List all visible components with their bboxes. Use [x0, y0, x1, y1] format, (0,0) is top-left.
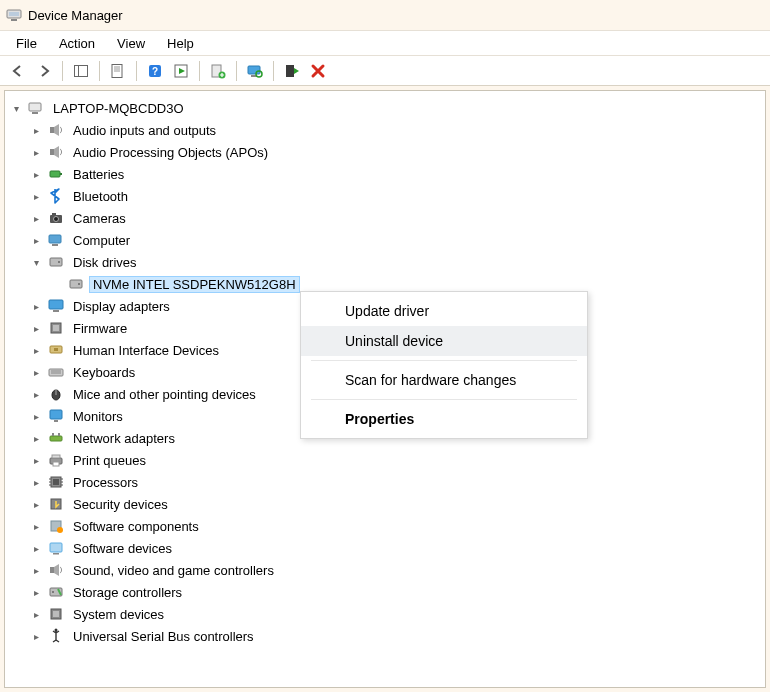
- expand-icon[interactable]: ▸: [29, 519, 43, 533]
- help-button[interactable]: ?: [143, 59, 167, 83]
- nav-back-button[interactable]: [6, 59, 30, 83]
- toolbar-separator: [99, 61, 100, 81]
- svg-rect-20: [29, 103, 41, 111]
- uninstall-device-button[interactable]: [306, 59, 330, 83]
- enable-device-button[interactable]: [280, 59, 304, 83]
- scan-hardware-button[interactable]: [243, 59, 267, 83]
- tree-category-disk-drives[interactable]: ▾Disk drives: [29, 251, 761, 273]
- expand-icon[interactable]: ▸: [29, 409, 43, 423]
- context-uninstall-device[interactable]: Uninstall device: [301, 326, 587, 356]
- menu-help[interactable]: Help: [157, 33, 204, 54]
- menu-file[interactable]: File: [6, 33, 47, 54]
- tree-node-label: Storage controllers: [69, 584, 186, 601]
- expand-icon[interactable]: ▸: [29, 211, 43, 225]
- expand-icon[interactable]: ▸: [29, 365, 43, 379]
- expand-icon[interactable]: ▸: [29, 167, 43, 181]
- show-hide-tree-button[interactable]: [69, 59, 93, 83]
- tree-category-universal-serial-bus-controllers[interactable]: ▸Universal Serial Bus controllers: [29, 625, 761, 647]
- keyboard-icon: [47, 363, 65, 381]
- tree-node-label: System devices: [69, 606, 168, 623]
- tree-category-computer[interactable]: ▸Computer: [29, 229, 761, 251]
- expand-icon[interactable]: ▸: [29, 629, 43, 643]
- toolbar-separator: [62, 61, 63, 81]
- tree-category-cameras[interactable]: ▸Cameras: [29, 207, 761, 229]
- expand-icon[interactable]: ▸: [29, 123, 43, 137]
- cpu-icon: [47, 473, 65, 491]
- menu-action[interactable]: Action: [49, 33, 105, 54]
- expand-icon[interactable]: ▸: [29, 497, 43, 511]
- expand-icon[interactable]: ▸: [29, 585, 43, 599]
- tree-category-print-queues[interactable]: ▸Print queues: [29, 449, 761, 471]
- tree-category-system-devices[interactable]: ▸System devices: [29, 603, 761, 625]
- tree-category-storage-controllers[interactable]: ▸Storage controllers: [29, 581, 761, 603]
- tree-category-processors[interactable]: ▸Processors: [29, 471, 761, 493]
- context-properties[interactable]: Properties: [301, 404, 587, 434]
- tree-category-audio-processing-objects-apos[interactable]: ▸Audio Processing Objects (APOs): [29, 141, 761, 163]
- update-driver-button[interactable]: [206, 59, 230, 83]
- properties-button[interactable]: [106, 59, 130, 83]
- tree-node-label: Cameras: [69, 210, 130, 227]
- tree-node-label: Sound, video and game controllers: [69, 562, 278, 579]
- tree-category-bluetooth[interactable]: ▸Bluetooth: [29, 185, 761, 207]
- svg-rect-21: [32, 112, 38, 114]
- svg-rect-33: [50, 258, 62, 266]
- svg-point-29: [54, 217, 59, 222]
- tree-node-label: Human Interface Devices: [69, 342, 223, 359]
- battery-icon: [47, 165, 65, 183]
- svg-rect-1: [9, 12, 19, 16]
- tree-node-label: Security devices: [69, 496, 172, 513]
- tree-category-software-components[interactable]: ▸Software components: [29, 515, 761, 537]
- tree-category-software-devices[interactable]: ▸Software devices: [29, 537, 761, 559]
- svg-rect-38: [53, 310, 59, 312]
- svg-rect-52: [58, 433, 60, 436]
- expand-icon[interactable]: ▸: [29, 563, 43, 577]
- expand-icon[interactable]: ▸: [29, 189, 43, 203]
- tree-category-sound-video-and-game-controllers[interactable]: ▸Sound, video and game controllers: [29, 559, 761, 581]
- storage-icon: [47, 583, 65, 601]
- security-icon: [47, 495, 65, 513]
- expand-icon[interactable]: ▸: [29, 299, 43, 313]
- tree-root-node[interactable]: ▾LAPTOP-MQBCDD3O: [9, 97, 761, 119]
- collapse-icon[interactable]: ▾: [29, 255, 43, 269]
- monitor-icon: [47, 407, 65, 425]
- expand-icon[interactable]: ▸: [29, 607, 43, 621]
- context-update-driver[interactable]: Update driver: [301, 296, 587, 326]
- expand-icon[interactable]: ▸: [29, 453, 43, 467]
- collapse-icon[interactable]: ▾: [9, 101, 23, 115]
- svg-rect-54: [52, 455, 60, 458]
- toolbar: ?: [0, 56, 770, 86]
- svg-rect-27: [60, 173, 62, 175]
- expand-icon[interactable]: ▸: [29, 475, 43, 489]
- svg-rect-49: [54, 420, 58, 422]
- speaker-icon: [47, 121, 65, 139]
- menu-view[interactable]: View: [107, 33, 155, 54]
- svg-rect-57: [53, 479, 59, 485]
- svg-rect-26: [50, 171, 60, 177]
- expand-icon[interactable]: ▸: [29, 431, 43, 445]
- swdev-icon: [47, 539, 65, 557]
- expand-icon[interactable]: ▸: [29, 343, 43, 357]
- tree-node-label: Keyboards: [69, 364, 139, 381]
- toolbar-separator: [136, 61, 137, 81]
- usb-icon: [47, 627, 65, 645]
- expand-icon[interactable]: ▸: [29, 321, 43, 335]
- expand-icon[interactable]: ▸: [29, 145, 43, 159]
- context-scan-hardware[interactable]: Scan for hardware changes: [301, 365, 587, 395]
- tree-category-batteries[interactable]: ▸Batteries: [29, 163, 761, 185]
- expand-icon[interactable]: ▸: [29, 387, 43, 401]
- svg-marker-19: [294, 68, 299, 74]
- svg-rect-40: [53, 325, 59, 331]
- action-button[interactable]: [169, 59, 193, 83]
- tree-node-label: Network adapters: [69, 430, 179, 447]
- tree-category-audio-inputs-and-outputs[interactable]: ▸Audio inputs and outputs: [29, 119, 761, 141]
- window-title: Device Manager: [28, 8, 123, 23]
- svg-rect-67: [50, 543, 62, 552]
- tree-category-security-devices[interactable]: ▸Security devices: [29, 493, 761, 515]
- expand-icon[interactable]: ▸: [29, 233, 43, 247]
- computer-icon: [47, 231, 65, 249]
- nav-forward-button[interactable]: [32, 59, 56, 83]
- expand-icon[interactable]: ▸: [29, 541, 43, 555]
- svg-rect-32: [52, 244, 58, 246]
- context-separator: [311, 399, 577, 400]
- svg-point-36: [78, 283, 80, 285]
